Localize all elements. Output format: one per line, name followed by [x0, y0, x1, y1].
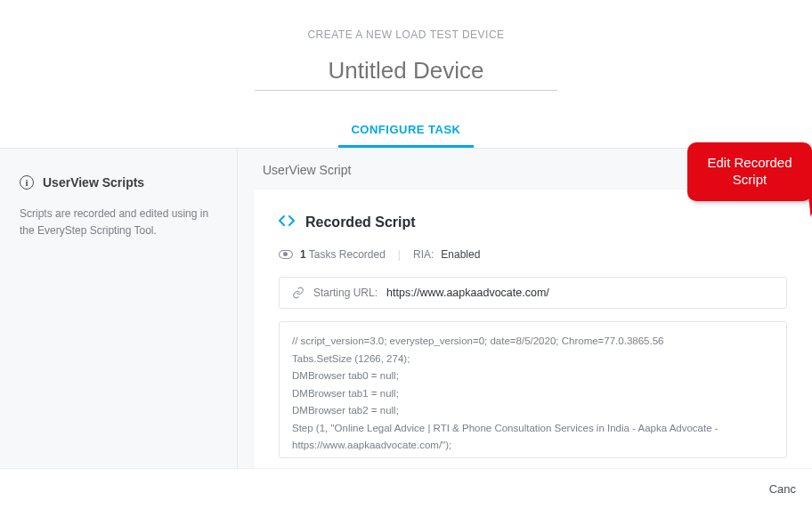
page-subtitle: CREATE A NEW LOAD TEST DEVICE: [0, 28, 812, 41]
sidebar-description: Scripts are recorded and edited using in…: [20, 206, 217, 239]
starting-url-row: Starting URL: https://www.aapkaadvocate.…: [279, 277, 787, 309]
tasks-label: Tasks Recorded: [309, 248, 386, 261]
recorded-script-card: Recorded Script 1 Tasks Recorded | RIA: …: [254, 190, 812, 486]
callout-edit-recorded-script: Edit Recorded Script: [687, 142, 812, 201]
callout-text: Edit Recorded Script: [707, 155, 792, 187]
script-body[interactable]: // script_version=3.0; everystep_version…: [279, 321, 787, 458]
card-title: Recorded Script: [305, 214, 416, 230]
starting-url-value: https://www.aapkaadvocate.com/: [386, 287, 549, 299]
code-icon: [279, 214, 295, 230]
eye-icon: [279, 250, 293, 259]
ria-label: RIA:: [413, 248, 434, 261]
info-icon: i: [20, 175, 34, 190]
tasks-count: 1: [300, 248, 306, 261]
device-name-input[interactable]: [290, 57, 522, 85]
cancel-button[interactable]: Canc: [769, 482, 796, 496]
ria-value: Enabled: [441, 248, 480, 261]
device-name-field-wrap: [255, 57, 557, 91]
recorded-script-meta: 1 Tasks Recorded | RIA: Enabled: [279, 248, 787, 261]
sidebar-title: UserView Scripts: [43, 175, 144, 190]
link-icon: [292, 287, 304, 299]
starting-url-label: Starting URL:: [313, 287, 378, 299]
footer: Canc: [0, 468, 812, 509]
tab-configure-task[interactable]: CONFIGURE TASK: [338, 116, 473, 148]
sidebar: i UserView Scripts Scripts are recorded …: [0, 149, 238, 486]
